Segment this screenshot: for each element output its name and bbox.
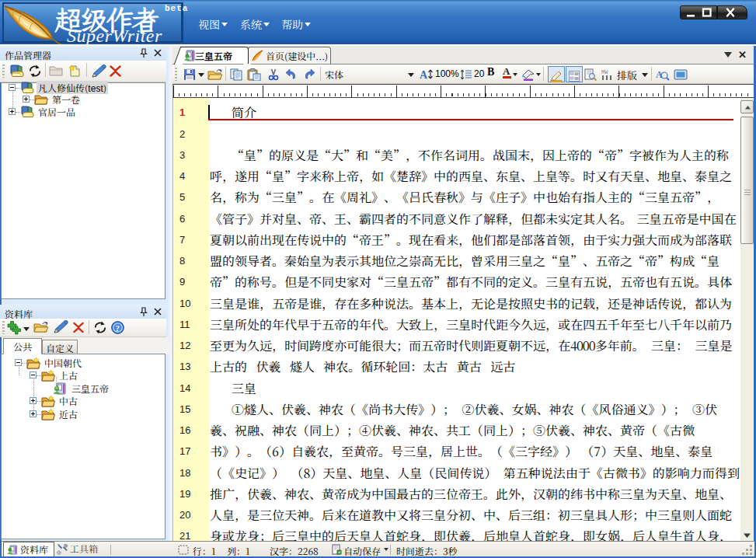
- svg-text:A: A: [420, 69, 428, 81]
- svg-text:MW: MW: [601, 69, 608, 75]
- svg-text:?: ?: [115, 323, 120, 333]
